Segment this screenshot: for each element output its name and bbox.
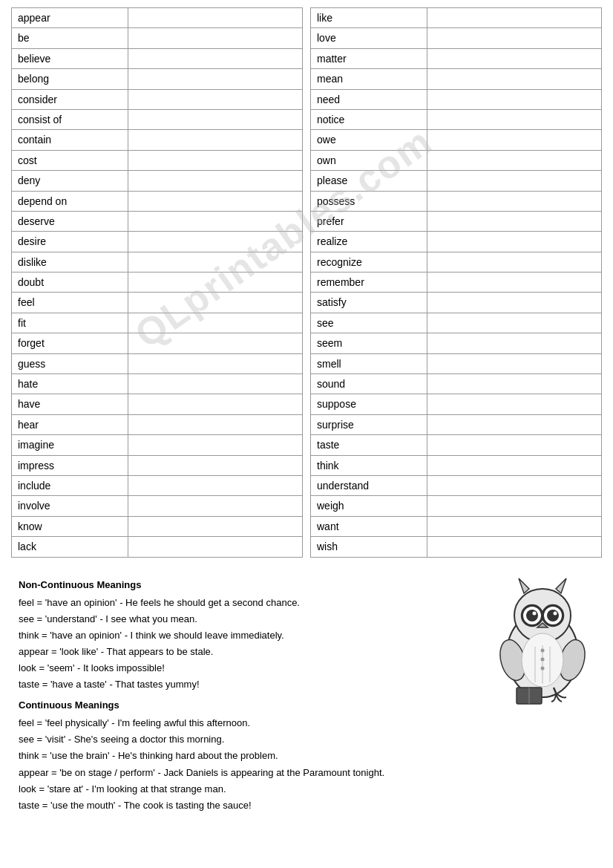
word-cell: dislike: [12, 252, 128, 272]
word-cell: smell: [311, 353, 427, 373]
blank-cell: [128, 333, 302, 353]
table-row: forget: [12, 333, 303, 353]
svg-point-22: [541, 666, 545, 670]
table-row: consider: [12, 89, 303, 109]
svg-point-21: [541, 657, 545, 661]
table-row: own: [311, 150, 602, 170]
table-row: notice: [311, 109, 602, 129]
word-cell: depend on: [12, 191, 128, 211]
table-row: mean: [311, 69, 602, 89]
word-cell: love: [311, 28, 427, 48]
table-row: appear: [12, 8, 303, 28]
table-row: desire: [12, 232, 303, 252]
blank-cell: [427, 109, 601, 129]
table-row: like: [311, 8, 602, 28]
svg-point-9: [547, 610, 559, 621]
table-row: doubt: [12, 273, 303, 293]
table-row: remember: [311, 273, 602, 293]
table-row: hear: [12, 414, 303, 434]
table-row: deny: [12, 171, 303, 191]
blank-cell: [128, 28, 302, 48]
word-cell: possess: [311, 191, 427, 211]
blank-cell: [128, 109, 302, 129]
blank-cell: [427, 150, 601, 170]
blank-cell: [427, 333, 601, 353]
blank-cell: [128, 171, 302, 191]
table-row: depend on: [12, 191, 303, 211]
blank-cell: [427, 171, 601, 191]
table-row: guess: [12, 353, 303, 373]
word-cell: hate: [12, 374, 128, 394]
table-row: include: [12, 475, 303, 495]
table-row: wish: [311, 537, 602, 557]
word-cell: feel: [12, 293, 128, 313]
blank-cell: [427, 89, 601, 109]
word-cell: want: [311, 516, 427, 536]
table-row: deserve: [12, 211, 303, 231]
table-row: know: [12, 516, 303, 536]
word-cell: owe: [311, 130, 427, 150]
table-row: believe: [12, 48, 303, 68]
list-item: feel = 'feel physically' - I'm feeling a…: [19, 715, 594, 731]
blank-cell: [128, 48, 302, 68]
blank-cell: [128, 89, 302, 109]
table-row: possess: [311, 191, 602, 211]
word-cell: realize: [311, 232, 427, 252]
table-row: hate: [12, 374, 303, 394]
table-row: suppose: [311, 394, 602, 414]
word-cell: impress: [12, 455, 128, 475]
table-row: have: [12, 394, 303, 414]
word-cell: see: [311, 313, 427, 333]
table-row: seem: [311, 333, 602, 353]
blank-cell: [427, 232, 601, 252]
table-row: be: [12, 28, 303, 48]
word-cell: mean: [311, 69, 427, 89]
continuous-lines: feel = 'feel physically' - I'm feeling a…: [19, 715, 594, 814]
word-cell: matter: [311, 48, 427, 68]
blank-cell: [427, 293, 601, 313]
blank-cell: [427, 394, 601, 414]
word-cell: guess: [12, 353, 128, 373]
blank-cell: [128, 516, 302, 536]
list-item: think = 'use the brain' - He's thinking …: [19, 748, 594, 764]
table-row: satisfy: [311, 293, 602, 313]
table-row: contain: [12, 130, 303, 150]
blank-cell: [427, 537, 601, 557]
table-row: lack: [12, 537, 303, 557]
blank-cell: [427, 313, 601, 333]
word-cell: doubt: [12, 273, 128, 293]
right-word-table: like love matter mean need notice owe ow…: [310, 7, 602, 558]
word-cell: include: [12, 475, 128, 495]
svg-point-5: [526, 610, 538, 621]
table-row: need: [311, 89, 602, 109]
blank-cell: [128, 394, 302, 414]
word-cell: taste: [311, 435, 427, 455]
table-row: realize: [311, 232, 602, 252]
word-cell: know: [12, 516, 128, 536]
word-cell: belong: [12, 69, 128, 89]
blank-cell: [427, 435, 601, 455]
blank-cell: [128, 130, 302, 150]
blank-cell: [427, 273, 601, 293]
list-item: see = 'visit' - She's seeing a doctor th…: [19, 731, 594, 748]
word-cell: have: [12, 394, 128, 414]
blank-cell: [427, 211, 601, 231]
blank-cell: [128, 191, 302, 211]
blank-cell: [128, 414, 302, 434]
word-cell: like: [311, 8, 427, 28]
word-cell: involve: [12, 496, 128, 516]
word-cell: imagine: [12, 435, 128, 455]
table-row: cost: [12, 150, 303, 170]
tables-row: appear be believe belong consider consis…: [11, 7, 602, 558]
blank-cell: [128, 496, 302, 516]
blank-cell: [128, 435, 302, 455]
table-row: love: [311, 28, 602, 48]
word-cell: suppose: [311, 394, 427, 414]
left-word-table: appear be believe belong consider consis…: [11, 7, 303, 558]
blank-cell: [128, 374, 302, 394]
word-cell: wish: [311, 537, 427, 557]
table-row: owe: [311, 130, 602, 150]
blank-cell: [427, 475, 601, 495]
word-cell: understand: [311, 475, 427, 495]
blank-cell: [128, 8, 302, 28]
